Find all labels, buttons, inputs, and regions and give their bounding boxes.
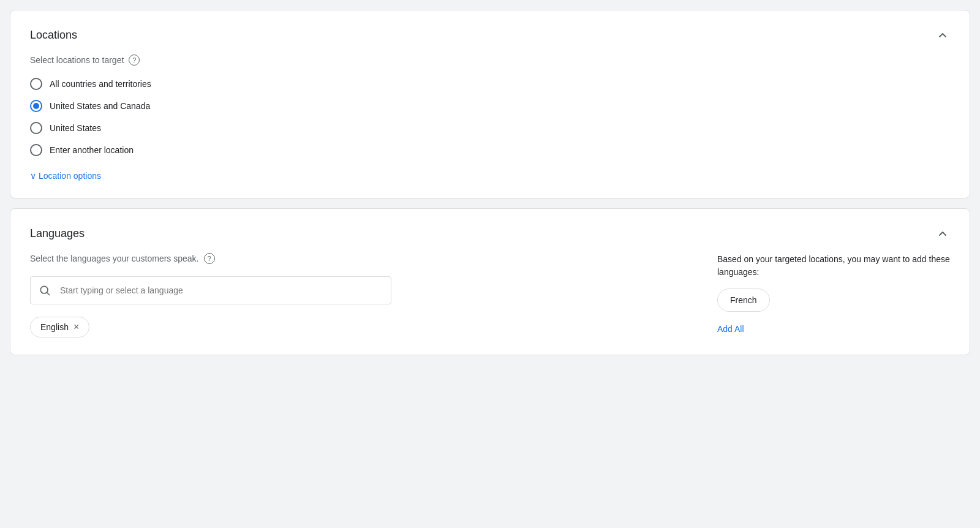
languages-right-panel: Based on your targeted locations, you ma…: [717, 253, 950, 338]
locations-card-header: Locations: [30, 28, 950, 42]
locations-help-icon[interactable]: ?: [129, 55, 140, 66]
locations-collapse-button[interactable]: [935, 28, 950, 42]
radio-label-us-canada: United States and Canada: [50, 101, 150, 111]
languages-card: Languages Select the languages your cust…: [10, 208, 970, 355]
radio-all-countries[interactable]: All countries and territories: [30, 78, 950, 90]
languages-subtitle: Select the languages your customers spea…: [30, 253, 693, 264]
radio-btn-us-canada[interactable]: [30, 100, 42, 112]
english-label: English: [40, 322, 69, 332]
locations-title: Locations: [30, 29, 77, 42]
languages-left-panel: Select the languages your customers spea…: [30, 253, 693, 338]
language-search-wrapper: [30, 276, 693, 304]
radio-btn-all-countries[interactable]: [30, 78, 42, 90]
radio-btn-us[interactable]: [30, 122, 42, 134]
radio-label-other: Enter another location: [50, 145, 134, 155]
location-options-chevron: ∨: [30, 171, 36, 181]
radio-label-all-countries: All countries and territories: [50, 79, 151, 89]
radio-label-us: United States: [50, 123, 101, 133]
languages-title: Languages: [30, 227, 85, 240]
radio-btn-other[interactable]: [30, 144, 42, 156]
french-label: French: [730, 295, 757, 305]
french-suggestion-chip[interactable]: French: [717, 289, 770, 312]
location-options-label: Location options: [39, 171, 101, 181]
languages-help-icon[interactable]: ?: [204, 253, 215, 264]
english-remove-button[interactable]: ×: [74, 322, 79, 332]
search-icon: [39, 284, 51, 296]
radio-other-location[interactable]: Enter another location: [30, 144, 950, 156]
radio-us-canada[interactable]: United States and Canada: [30, 100, 950, 112]
locations-subtitle: Select locations to target ?: [30, 55, 950, 66]
language-search-input[interactable]: [30, 276, 391, 304]
locations-card: Locations Select locations to target ? A…: [10, 10, 970, 198]
suggestion-header: Based on your targeted locations, you ma…: [717, 253, 950, 279]
english-language-chip: English ×: [30, 317, 89, 338]
location-radio-group: All countries and territories United Sta…: [30, 78, 950, 156]
location-options-link[interactable]: ∨ Location options: [30, 171, 950, 181]
radio-us[interactable]: United States: [30, 122, 950, 134]
languages-card-header: Languages: [30, 226, 950, 241]
languages-content: Select the languages your customers spea…: [30, 253, 950, 338]
add-all-link[interactable]: Add All: [717, 324, 950, 334]
languages-collapse-button[interactable]: [935, 226, 950, 241]
